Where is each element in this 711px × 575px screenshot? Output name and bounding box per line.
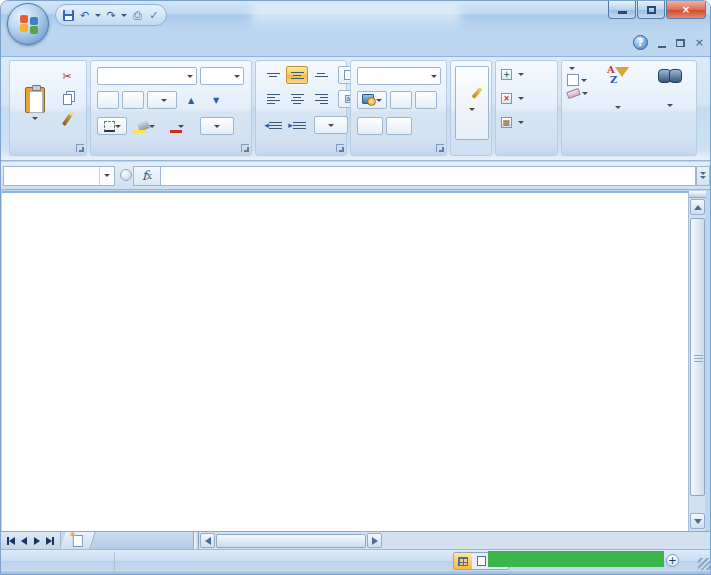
sheet-tab-bar [1,531,711,549]
ribbon: ✂ ▲ ▼ [1,56,711,161]
next-sheet-button[interactable] [32,536,42,546]
decrease-indent-button[interactable]: ◂ [262,116,284,134]
align-top-button[interactable] [262,66,284,84]
decrease-decimal-button[interactable] [386,117,412,135]
paste-button[interactable] [18,67,52,139]
undo-icon[interactable]: ↶ [78,8,90,22]
close-button[interactable]: × [666,1,706,19]
font-color-swatch [170,130,182,133]
print-preview-icon[interactable]: ⎙ [131,8,143,22]
scroll-left-button[interactable] [200,533,215,548]
blurred-watermark [251,4,461,24]
clipboard-dialog-launcher[interactable] [76,144,84,152]
horizontal-scrollbar[interactable] [199,532,711,549]
phonetic-button[interactable] [200,117,234,135]
save-icon[interactable] [62,8,74,22]
doc-minimize-icon[interactable] [658,46,666,48]
normal-view-button[interactable] [454,553,472,569]
shrink-font-button[interactable]: ▼ [205,91,227,109]
fill-button[interactable] [567,74,588,86]
insert-function-button[interactable]: fx [133,166,161,186]
insert-worksheet-icon [73,535,83,547]
group-label-styles [451,141,491,155]
fill-color-swatch [133,130,145,133]
comma-button[interactable] [415,91,437,109]
font-color-button[interactable] [165,117,197,135]
sheet-navigation [1,532,61,549]
increase-decimal-button[interactable] [357,117,383,135]
wrap-orientation-button[interactable] [314,116,348,134]
name-box-dropdown-icon[interactable] [99,167,114,185]
help-icon[interactable]: ? [633,35,648,50]
borders-button[interactable] [97,117,127,135]
italic-button[interactable] [122,91,144,109]
redo-dropdown-icon[interactable] [121,14,127,17]
alignment-dialog-launcher[interactable] [336,144,344,152]
paste-icon [25,87,45,113]
increase-indent-button[interactable]: ▸ [286,116,308,134]
find-select-button[interactable] [644,65,696,141]
name-box[interactable] [3,166,115,186]
format-painter-button[interactable] [56,111,78,129]
fill-color-button[interactable] [130,117,162,135]
office-button[interactable] [7,3,49,45]
restore-button[interactable] [637,1,665,19]
money-icon [362,94,376,106]
restore-icon [647,6,656,14]
align-middle-button[interactable] [286,66,308,84]
minimize-button[interactable] [608,1,636,19]
format-cells-button[interactable]: ▦ [501,117,524,128]
spelling-icon[interactable]: ✓ [148,8,160,22]
font-size-combo[interactable] [200,67,244,85]
copy-button[interactable] [56,89,78,107]
insert-cells-button[interactable]: + [501,69,524,80]
doc-restore-icon[interactable] [676,39,685,47]
insert-cells-icon: + [501,69,512,80]
underline-button[interactable] [147,91,177,109]
redo-icon[interactable]: ↷ [105,8,117,22]
page-break-view-button[interactable] [490,553,508,569]
accounting-format-button[interactable] [357,91,387,109]
styles-button[interactable] [455,66,489,140]
prev-sheet-button[interactable] [19,536,29,546]
insert-worksheet-tab[interactable] [60,532,96,549]
clear-button[interactable] [567,90,588,97]
delete-cells-button[interactable]: × [501,93,524,104]
percent-button[interactable] [390,91,412,109]
cut-button[interactable]: ✂ [56,67,78,85]
group-number [350,60,447,156]
align-center-button[interactable] [286,90,308,108]
undo-dropdown-icon[interactable] [95,14,101,17]
fill-icon [567,74,579,86]
last-sheet-button[interactable] [45,536,55,546]
number-dialog-launcher[interactable] [436,144,444,152]
horizontal-scroll-thumb[interactable] [216,534,366,548]
autosum-button[interactable] [567,67,588,70]
formula-input[interactable] [161,166,696,186]
group-label-font [91,141,251,155]
vertical-scrollbar[interactable] [688,191,705,531]
expand-formula-bar-button[interactable] [696,166,710,186]
scroll-down-button[interactable] [690,513,705,529]
page-layout-view-button[interactable] [472,553,490,569]
vertical-scroll-thumb[interactable] [690,218,705,496]
normal-view-icon [458,557,468,566]
doc-close-icon[interactable]: × [695,37,704,48]
page-layout-icon [477,556,486,566]
align-left-button[interactable] [262,90,284,108]
zoom-in-button[interactable]: + [666,554,679,567]
number-format-combo[interactable] [357,67,441,85]
bold-button[interactable] [97,91,119,109]
window-controls: × [607,1,706,19]
scroll-right-button[interactable] [367,533,382,548]
font-name-combo[interactable] [97,67,197,85]
sort-filter-button[interactable]: AZ [592,65,644,141]
first-sheet-button[interactable] [6,536,16,546]
grow-font-button[interactable]: ▲ [180,91,202,109]
font-dialog-launcher[interactable] [241,144,249,152]
vertical-split-handle[interactable] [689,191,706,198]
align-right-button[interactable] [310,90,332,108]
scroll-up-button[interactable] [690,199,705,215]
resize-grip[interactable] [698,558,710,570]
align-bottom-button[interactable] [310,66,332,84]
